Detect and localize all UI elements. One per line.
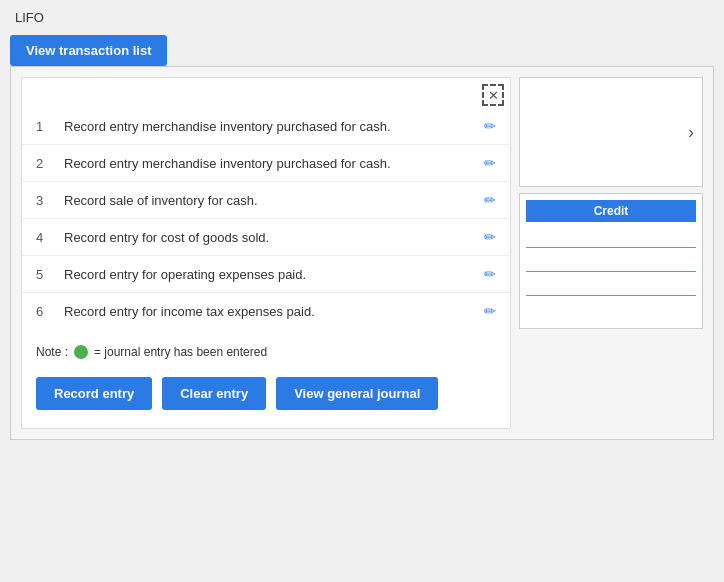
table-row: 2Record entry merchandise inventory purc… <box>22 145 510 182</box>
close-button[interactable]: ✕ <box>482 84 504 106</box>
entries-list: 1Record entry merchandise inventory purc… <box>22 108 510 329</box>
entry-text: Record entry for operating expenses paid… <box>64 267 476 282</box>
entry-text: Record entry merchandise inventory purch… <box>64 156 476 171</box>
green-dot-icon <box>74 345 88 359</box>
entry-number: 1 <box>36 119 56 134</box>
close-icon: ✕ <box>488 88 499 103</box>
entry-number: 6 <box>36 304 56 319</box>
view-transaction-button[interactable]: View transaction list <box>10 35 167 66</box>
right-top[interactable]: › <box>519 77 703 187</box>
entry-text: Record entry for cost of goods sold. <box>64 230 476 245</box>
table-row: 4Record entry for cost of goods sold.✏ <box>22 219 510 256</box>
entry-text: Record entry for income tax expenses pai… <box>64 304 476 319</box>
entry-number: 4 <box>36 230 56 245</box>
right-panel: › Credit <box>519 77 703 429</box>
credit-header: Credit <box>526 200 696 222</box>
credit-row-1 <box>526 226 696 248</box>
entry-text: Record entry merchandise inventory purch… <box>64 119 476 134</box>
table-row: 3Record sale of inventory for cash.✏ <box>22 182 510 219</box>
credit-row-2 <box>526 250 696 272</box>
entry-text: Record sale of inventory for cash. <box>64 193 476 208</box>
edit-icon[interactable]: ✏ <box>484 266 496 282</box>
edit-icon[interactable]: ✏ <box>484 303 496 319</box>
note-text: = journal entry has been entered <box>94 345 267 359</box>
note-label: Note : <box>36 345 68 359</box>
chevron-right-icon: › <box>688 122 694 143</box>
credit-row-4 <box>526 298 696 320</box>
page-title: LIFO <box>10 10 714 25</box>
edit-icon[interactable]: ✏ <box>484 192 496 208</box>
table-row: 6Record entry for income tax expenses pa… <box>22 293 510 329</box>
edit-icon[interactable]: ✏ <box>484 229 496 245</box>
right-middle: Credit <box>519 193 703 329</box>
entry-number: 2 <box>36 156 56 171</box>
clear-entry-button[interactable]: Clear entry <box>162 377 266 410</box>
note-section: Note : = journal entry has been entered <box>22 335 510 369</box>
main-container: ✕ 1Record entry merchandise inventory pu… <box>10 66 714 440</box>
action-buttons: Record entry Clear entry View general jo… <box>22 369 510 418</box>
entry-number: 3 <box>36 193 56 208</box>
left-panel: ✕ 1Record entry merchandise inventory pu… <box>21 77 511 429</box>
table-row: 1Record entry merchandise inventory purc… <box>22 108 510 145</box>
view-general-journal-button[interactable]: View general journal <box>276 377 438 410</box>
edit-icon[interactable]: ✏ <box>484 118 496 134</box>
credit-row-3 <box>526 274 696 296</box>
record-entry-button[interactable]: Record entry <box>36 377 152 410</box>
table-row: 5Record entry for operating expenses pai… <box>22 256 510 293</box>
entry-number: 5 <box>36 267 56 282</box>
edit-icon[interactable]: ✏ <box>484 155 496 171</box>
